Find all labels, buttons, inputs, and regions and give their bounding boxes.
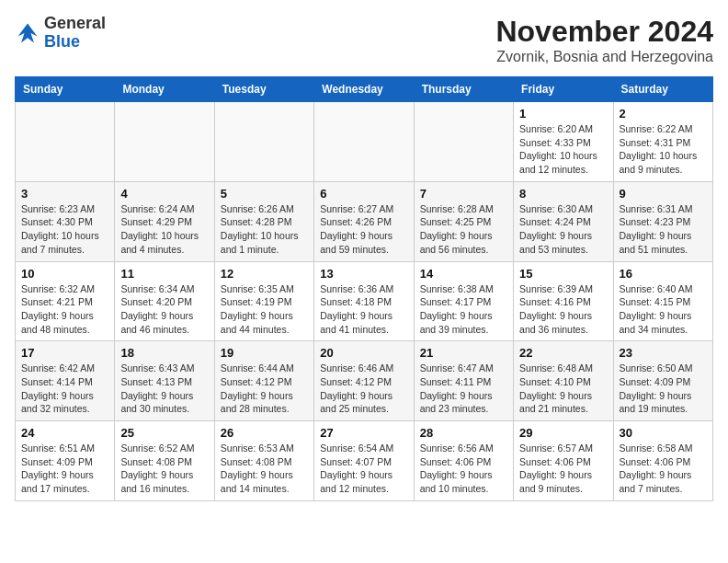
day-number: 13 (320, 267, 407, 281)
calendar-cell: 30Sunrise: 6:58 AM Sunset: 4:06 PM Dayli… (613, 421, 712, 501)
week-row-2: 3Sunrise: 6:23 AM Sunset: 4:30 PM Daylig… (16, 181, 713, 261)
weekday-header-sunday: Sunday (16, 77, 115, 102)
calendar-cell: 29Sunrise: 6:57 AM Sunset: 4:06 PM Dayli… (514, 421, 613, 501)
calendar-cell: 28Sunrise: 6:56 AM Sunset: 4:06 PM Dayli… (414, 421, 513, 501)
day-number: 19 (221, 346, 308, 360)
day-info: Sunrise: 6:56 AM Sunset: 4:06 PM Dayligh… (420, 442, 507, 496)
calendar-cell: 22Sunrise: 6:48 AM Sunset: 4:10 PM Dayli… (514, 341, 613, 421)
day-info: Sunrise: 6:53 AM Sunset: 4:08 PM Dayligh… (221, 442, 308, 496)
day-number: 4 (120, 187, 208, 201)
day-info: Sunrise: 6:50 AM Sunset: 4:09 PM Dayligh… (620, 362, 707, 416)
logo: General Blue (15, 15, 106, 52)
day-number: 6 (320, 187, 407, 201)
day-info: Sunrise: 6:26 AM Sunset: 4:28 PM Dayligh… (221, 202, 308, 257)
calendar-cell: 20Sunrise: 6:46 AM Sunset: 4:12 PM Dayli… (314, 341, 414, 421)
day-number: 30 (620, 426, 707, 440)
calendar-cell: 19Sunrise: 6:44 AM Sunset: 4:12 PM Dayli… (214, 341, 313, 421)
month-year-title: November 2024 (495, 15, 713, 49)
day-info: Sunrise: 6:52 AM Sunset: 4:08 PM Dayligh… (120, 442, 208, 496)
day-info: Sunrise: 6:40 AM Sunset: 4:15 PM Dayligh… (620, 282, 707, 337)
logo-general-text: General (44, 15, 106, 33)
day-number: 18 (120, 346, 208, 360)
weekday-header-monday: Monday (115, 77, 214, 102)
weekday-header-wednesday: Wednesday (314, 77, 414, 102)
calendar-cell: 18Sunrise: 6:43 AM Sunset: 4:13 PM Dayli… (115, 341, 214, 421)
day-number: 17 (21, 346, 108, 360)
day-info: Sunrise: 6:57 AM Sunset: 4:06 PM Dayligh… (519, 442, 607, 496)
calendar-cell: 27Sunrise: 6:54 AM Sunset: 4:07 PM Dayli… (314, 421, 414, 501)
calendar-cell: 15Sunrise: 6:39 AM Sunset: 4:16 PM Dayli… (514, 261, 613, 341)
day-info: Sunrise: 6:32 AM Sunset: 4:21 PM Dayligh… (21, 282, 108, 337)
day-info: Sunrise: 6:34 AM Sunset: 4:20 PM Dayligh… (120, 282, 208, 337)
calendar-cell: 11Sunrise: 6:34 AM Sunset: 4:20 PM Dayli… (115, 261, 214, 341)
day-number: 22 (519, 346, 607, 360)
day-number: 23 (620, 346, 707, 360)
title-block: November 2024 Zvornik, Bosnia and Herzeg… (495, 15, 713, 65)
day-info: Sunrise: 6:39 AM Sunset: 4:16 PM Dayligh… (519, 282, 607, 337)
day-number: 1 (519, 107, 607, 121)
day-info: Sunrise: 6:42 AM Sunset: 4:14 PM Dayligh… (21, 362, 108, 416)
calendar-cell: 1Sunrise: 6:20 AM Sunset: 4:33 PM Daylig… (514, 102, 613, 182)
day-number: 10 (21, 267, 108, 281)
page-header: General Blue November 2024 Zvornik, Bosn… (15, 15, 713, 65)
calendar-cell: 23Sunrise: 6:50 AM Sunset: 4:09 PM Dayli… (613, 341, 712, 421)
day-number: 29 (519, 426, 607, 440)
day-number: 2 (620, 107, 707, 121)
calendar-cell: 8Sunrise: 6:30 AM Sunset: 4:24 PM Daylig… (514, 181, 613, 261)
day-number: 3 (21, 187, 108, 201)
calendar-cell (314, 102, 414, 182)
day-number: 5 (221, 187, 308, 201)
day-info: Sunrise: 6:46 AM Sunset: 4:12 PM Dayligh… (320, 362, 407, 416)
calendar-cell: 12Sunrise: 6:35 AM Sunset: 4:19 PM Dayli… (214, 261, 313, 341)
day-info: Sunrise: 6:22 AM Sunset: 4:31 PM Dayligh… (620, 122, 707, 177)
day-number: 8 (519, 187, 607, 201)
calendar-cell: 24Sunrise: 6:51 AM Sunset: 4:09 PM Dayli… (16, 421, 115, 501)
calendar-cell (115, 102, 214, 182)
day-info: Sunrise: 6:38 AM Sunset: 4:17 PM Dayligh… (420, 282, 507, 337)
calendar-cell (16, 102, 115, 182)
day-number: 16 (620, 267, 707, 281)
day-info: Sunrise: 6:35 AM Sunset: 4:19 PM Dayligh… (221, 282, 308, 337)
day-info: Sunrise: 6:43 AM Sunset: 4:13 PM Dayligh… (120, 362, 208, 416)
day-number: 12 (221, 267, 308, 281)
day-info: Sunrise: 6:27 AM Sunset: 4:26 PM Dayligh… (320, 202, 407, 257)
day-number: 24 (21, 426, 108, 440)
calendar-cell: 10Sunrise: 6:32 AM Sunset: 4:21 PM Dayli… (16, 261, 115, 341)
day-info: Sunrise: 6:58 AM Sunset: 4:06 PM Dayligh… (620, 442, 707, 496)
calendar-cell: 25Sunrise: 6:52 AM Sunset: 4:08 PM Dayli… (115, 421, 214, 501)
day-number: 21 (420, 346, 507, 360)
day-number: 14 (420, 267, 507, 281)
week-row-3: 10Sunrise: 6:32 AM Sunset: 4:21 PM Dayli… (16, 261, 713, 341)
calendar-cell: 13Sunrise: 6:36 AM Sunset: 4:18 PM Dayli… (314, 261, 414, 341)
day-info: Sunrise: 6:48 AM Sunset: 4:10 PM Dayligh… (519, 362, 607, 416)
day-number: 25 (120, 426, 208, 440)
calendar-cell (214, 102, 313, 182)
calendar-cell: 7Sunrise: 6:28 AM Sunset: 4:25 PM Daylig… (414, 181, 513, 261)
calendar-cell: 14Sunrise: 6:38 AM Sunset: 4:17 PM Dayli… (414, 261, 513, 341)
day-number: 9 (620, 187, 707, 201)
weekday-header-tuesday: Tuesday (214, 77, 313, 102)
calendar-cell: 21Sunrise: 6:47 AM Sunset: 4:11 PM Dayli… (414, 341, 513, 421)
day-info: Sunrise: 6:24 AM Sunset: 4:29 PM Dayligh… (120, 202, 208, 257)
location-subtitle: Zvornik, Bosnia and Herzegovina (495, 49, 713, 65)
day-info: Sunrise: 6:44 AM Sunset: 4:12 PM Dayligh… (221, 362, 308, 416)
day-info: Sunrise: 6:36 AM Sunset: 4:18 PM Dayligh… (320, 282, 407, 337)
day-info: Sunrise: 6:31 AM Sunset: 4:23 PM Dayligh… (620, 202, 707, 257)
weekday-header-saturday: Saturday (613, 77, 712, 102)
day-number: 28 (420, 426, 507, 440)
calendar-cell: 2Sunrise: 6:22 AM Sunset: 4:31 PM Daylig… (613, 102, 712, 182)
weekday-header-friday: Friday (514, 77, 613, 102)
day-number: 20 (320, 346, 407, 360)
calendar-cell: 26Sunrise: 6:53 AM Sunset: 4:08 PM Dayli… (214, 421, 313, 501)
day-info: Sunrise: 6:47 AM Sunset: 4:11 PM Dayligh… (420, 362, 507, 416)
calendar-cell: 6Sunrise: 6:27 AM Sunset: 4:26 PM Daylig… (314, 181, 414, 261)
day-info: Sunrise: 6:23 AM Sunset: 4:30 PM Dayligh… (21, 202, 108, 257)
day-info: Sunrise: 6:54 AM Sunset: 4:07 PM Dayligh… (320, 442, 407, 496)
day-info: Sunrise: 6:20 AM Sunset: 4:33 PM Dayligh… (519, 122, 607, 177)
calendar-cell: 5Sunrise: 6:26 AM Sunset: 4:28 PM Daylig… (214, 181, 313, 261)
calendar-cell: 4Sunrise: 6:24 AM Sunset: 4:29 PM Daylig… (115, 181, 214, 261)
calendar-table: SundayMondayTuesdayWednesdayThursdayFrid… (15, 76, 713, 501)
calendar-cell (414, 102, 513, 182)
logo-blue-text: Blue (44, 33, 106, 52)
calendar-cell: 9Sunrise: 6:31 AM Sunset: 4:23 PM Daylig… (613, 181, 712, 261)
